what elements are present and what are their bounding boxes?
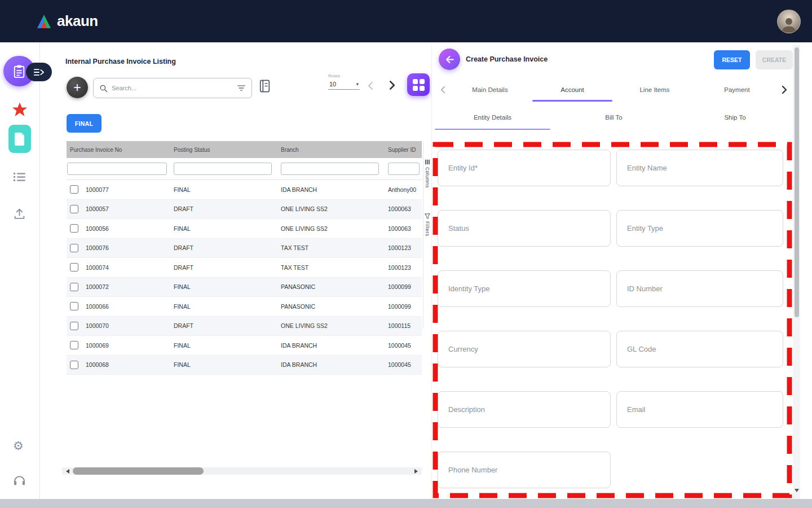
sidebar-item-star[interactable] — [9, 99, 30, 120]
grid-view-button[interactable] — [407, 73, 430, 96]
user-avatar[interactable] — [777, 10, 801, 33]
table-row[interactable]: 1000056FINALONE LIVING SS21000063 — [67, 219, 422, 239]
sidebar-item-upload[interactable] — [14, 208, 25, 222]
brand[interactable]: akaun — [36, 12, 98, 30]
row-checkbox[interactable] — [70, 302, 78, 310]
filters-side-tab[interactable]: Filters — [425, 213, 430, 237]
report-button[interactable] — [259, 79, 271, 95]
form-field-currency[interactable]: Currency — [438, 331, 611, 367]
tab-payment[interactable]: Payment — [696, 78, 778, 102]
field-label: Email — [627, 405, 646, 414]
subtab-ship-to[interactable]: Ship To — [674, 104, 796, 131]
field-label: Currency — [448, 345, 478, 353]
cell-supplier-id: 1000123 — [388, 244, 422, 251]
tabs-scroll-right-button[interactable] — [778, 78, 791, 102]
form-field-gl-code[interactable]: GL Code — [616, 331, 783, 367]
row-checkbox[interactable] — [70, 185, 78, 194]
form-field-entity-type[interactable]: Entity Type — [616, 210, 783, 247]
row-checkbox[interactable] — [70, 205, 78, 213]
filter-lines-icon[interactable] — [237, 84, 246, 92]
scroll-right-arrow-icon[interactable] — [414, 469, 420, 474]
row-checkbox[interactable] — [70, 322, 78, 330]
scroll-left-arrow-icon[interactable] — [64, 469, 69, 474]
row-checkbox[interactable] — [70, 263, 78, 271]
sidebar-expand-toggle[interactable] — [26, 63, 52, 81]
cell-posting-status: FINAL — [174, 225, 281, 232]
table-row[interactable]: 1000077FINALIDA BRANCHAnthony00 — [67, 180, 422, 200]
invoice-table: Purchase Invoice No Posting Status Branc… — [67, 141, 422, 375]
tabs-scroll-left-button[interactable] — [436, 78, 449, 102]
table-row[interactable]: 1000076DRAFTTAX TEST1000123 — [67, 239, 422, 259]
tab-line-items[interactable]: Line Items — [614, 78, 696, 102]
column-header-branch[interactable]: Branch — [281, 147, 388, 153]
create-button[interactable]: CREATE — [756, 50, 793, 69]
brand-name: akaun — [57, 12, 98, 30]
vertical-scrollbar-thumb[interactable] — [795, 47, 799, 317]
chevron-right-icon — [782, 85, 787, 94]
filter-input-branch[interactable] — [281, 163, 379, 175]
table-row[interactable]: 1000069FINALIDA BRANCH1000045 — [67, 336, 422, 356]
menu-expand-icon — [32, 67, 46, 77]
table-row[interactable]: 1000068FINALIDA BRANCH1000045 — [67, 356, 422, 375]
rows-per-page-select[interactable]: Rows 10 ▾ — [328, 73, 360, 90]
search-box — [93, 78, 252, 98]
table-row[interactable]: 1000070DRAFTONE LIVING SS21000115 — [67, 317, 422, 336]
search-input[interactable] — [112, 85, 233, 91]
table-horizontal-scrollbar[interactable] — [62, 467, 422, 475]
form-field-phone-number[interactable]: Phone Number — [438, 452, 611, 488]
filter-input-invoice-no[interactable] — [67, 163, 167, 175]
clipboard-icon — [12, 64, 26, 78]
row-checkbox[interactable] — [70, 244, 78, 252]
dropdown-caret-icon: ▾ — [356, 81, 359, 87]
page-title: Internal Purchase Invoice Listing — [65, 58, 176, 65]
subtab-entity-details[interactable]: Entity Details — [432, 104, 553, 131]
form-field-identity-type[interactable]: Identity Type — [438, 270, 611, 307]
form-field-email[interactable]: Email — [616, 391, 783, 428]
form-field-entity-name[interactable]: Entity Name — [616, 150, 783, 186]
filter-input-supplier-id[interactable] — [388, 163, 420, 175]
form-field-entity-id[interactable]: Entity Id* — [438, 150, 611, 186]
subtab-bill-to[interactable]: Bill To — [553, 104, 674, 131]
reset-button[interactable]: RESET — [714, 50, 750, 69]
previous-page-button[interactable] — [368, 81, 373, 93]
column-header-supplier-id[interactable]: Supplier ID — [388, 147, 422, 153]
table-row[interactable]: 1000074DRAFTTAX TEST1000123 — [67, 258, 422, 278]
cell-supplier-id: 1000045 — [388, 342, 422, 349]
panel-vertical-scrollbar[interactable] — [793, 45, 800, 499]
row-checkbox[interactable] — [70, 283, 78, 291]
scroll-down-arrow-icon[interactable] — [795, 489, 799, 494]
sidebar: ⚙ — [0, 42, 40, 499]
filter-input-posting-status[interactable] — [174, 163, 272, 175]
cell-invoice-no: 1000069 — [67, 341, 174, 349]
sidebar-item-documents[interactable] — [8, 125, 31, 153]
invoice-no-value: 1000074 — [86, 264, 109, 271]
cell-branch: ONE LIVING SS2 — [281, 322, 388, 329]
table-row[interactable]: 1000072FINALPANASONIC1000099 — [67, 278, 422, 297]
cell-branch: ONE LIVING SS2 — [281, 225, 388, 232]
next-page-button[interactable] — [389, 80, 395, 93]
column-header-invoice-no[interactable]: Purchase Invoice No — [67, 147, 174, 153]
create-invoice-panel: Create Purchase Invoice RESET CREATE Mai… — [431, 45, 793, 499]
filter-funnel-icon — [425, 213, 430, 219]
tab-account[interactable]: Account — [531, 78, 614, 102]
horizontal-scrollbar-thumb[interactable] — [73, 467, 204, 475]
tab-main-details[interactable]: Main Details — [449, 78, 531, 102]
final-filter-chip[interactable]: FINAL — [67, 114, 102, 133]
form-field-status[interactable]: Status — [438, 210, 611, 247]
sidebar-item-support[interactable] — [13, 474, 26, 488]
sidebar-item-settings[interactable]: ⚙ — [13, 439, 24, 453]
row-checkbox[interactable] — [70, 341, 78, 349]
columns-side-tab[interactable]: Columns — [425, 159, 430, 188]
add-invoice-button[interactable]: + — [67, 77, 88, 98]
sidebar-item-list[interactable] — [13, 172, 26, 184]
table-row[interactable]: 1000057DRAFTONE LIVING SS21000063 — [67, 200, 422, 220]
page-horizontal-scrollbar[interactable] — [0, 499, 812, 508]
table-row[interactable]: 1000066FINALPANASONIC1000099 — [67, 297, 422, 317]
back-button[interactable] — [439, 49, 460, 70]
row-checkbox[interactable] — [70, 224, 78, 233]
form-field-description[interactable]: Description — [438, 391, 611, 428]
cell-supplier-id: 1000099 — [388, 303, 422, 310]
form-field-id-number[interactable]: ID Number — [616, 270, 783, 307]
column-header-posting-status[interactable]: Posting Status — [174, 147, 281, 153]
row-checkbox[interactable] — [70, 361, 78, 369]
